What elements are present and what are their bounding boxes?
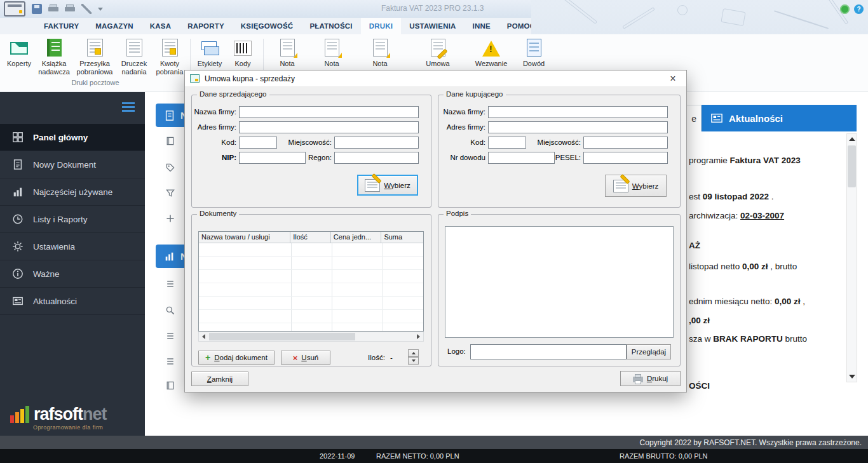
ribbon-item-ksiazka-nadawcza[interactable]: Książka nadawcza	[34, 39, 74, 76]
sidebar-item-wazne[interactable]: Ważne	[0, 260, 145, 288]
tab-faktury[interactable]: FAKTURY	[36, 18, 87, 34]
buyer-postal-input[interactable]	[488, 137, 526, 149]
seller-postal-input[interactable]	[239, 137, 277, 149]
ribbon-item-wezwanie[interactable]: Wezwanie	[469, 39, 513, 68]
ribbon-item-label: Kody	[234, 60, 250, 68]
seller-address-input[interactable]	[239, 121, 419, 133]
spinner-up-icon[interactable]	[408, 349, 419, 357]
close-icon[interactable]: ×	[663, 72, 682, 86]
ribbon-item-przesylka-pobraniowa[interactable]: Przesyłka pobraniowa	[74, 39, 116, 76]
ribbon-item-nota-3[interactable]: Nota	[360, 39, 400, 68]
ribbon-group-label: Druki pocztowe	[4, 79, 187, 86]
sidebar-item-listy-i-raporty[interactable]: Listy i Raporty	[0, 206, 145, 233]
list-icon[interactable]	[165, 278, 176, 290]
list-icon[interactable]	[165, 330, 176, 342]
ribbon-item-nota-1[interactable]: Nota	[267, 39, 308, 68]
buyer-company-input[interactable]	[488, 106, 668, 118]
application-window: Faktura VAT 2023 PRO 23.1.3 ? FAKTURY MA…	[0, 0, 868, 463]
ribbon-item-label: Umowa	[426, 60, 449, 68]
seller-city-input[interactable]	[334, 137, 419, 149]
plus-icon[interactable]	[165, 213, 176, 224]
scroll-right-icon[interactable]	[414, 332, 423, 341]
filter-icon[interactable]	[165, 187, 176, 199]
remove-document-button[interactable]: × Usuń	[281, 351, 330, 365]
buyer-choose-button[interactable]: Wybierz	[605, 175, 667, 197]
tab-raporty[interactable]: RAPORTY	[179, 18, 233, 34]
add-document-button[interactable]: + Dodaj dokument	[198, 351, 275, 365]
print-icon[interactable]	[48, 4, 58, 14]
logo-label: Logo:	[447, 347, 470, 355]
ribbon-item-kody[interactable]: Kody	[226, 39, 260, 68]
scroll-down-icon[interactable]	[847, 372, 857, 382]
sidebar-item-ustawienia[interactable]: Ustawienia	[0, 233, 145, 260]
sidebar-item-nowy-dokument[interactable]: Nowy Dokument	[0, 151, 145, 178]
tag-icon[interactable]	[165, 162, 176, 173]
help-icon[interactable]: ?	[854, 4, 864, 14]
printer-icon	[633, 377, 643, 382]
seller-company-input[interactable]	[239, 106, 419, 118]
buyer-address-input[interactable]	[488, 121, 668, 133]
documents-table[interactable]: Nazwa towaru / usługi Ilość Cena jedn...…	[198, 231, 424, 332]
ribbon-item-dowod[interactable]: Dowód	[516, 39, 552, 68]
tools-icon[interactable]	[81, 4, 92, 14]
scroll-up-icon[interactable]	[847, 134, 857, 144]
ribbon-item-etykiety[interactable]: Etykiety	[194, 39, 226, 68]
spinner-down-icon[interactable]	[408, 357, 419, 365]
app-icon[interactable]	[4, 1, 25, 17]
tab-ksiegowosc[interactable]: KSIĘGOWOŚĆ	[233, 18, 302, 34]
book-icon[interactable]	[165, 380, 176, 391]
ribbon-item-nota-2[interactable]: Nota	[311, 39, 352, 68]
buyer-company-label: Nazwa firmy:	[438, 108, 485, 116]
tab-inne[interactable]: INNE	[465, 18, 499, 34]
logo-path-input[interactable]	[470, 344, 627, 359]
ribbon-item-umowa[interactable]: Umowa	[416, 39, 460, 68]
ribbon-item-label: Dowód	[523, 60, 545, 68]
dialog-titlebar[interactable]: Umowa kupna - sprzedaży ×	[185, 70, 686, 87]
logo-text: rafsoftnet	[34, 406, 107, 423]
ribbon-item-druczek-nadania[interactable]: Druczek nadania	[116, 39, 153, 76]
online-status-icon[interactable]	[840, 4, 850, 14]
close-dialog-button[interactable]: Zamknij	[191, 372, 248, 386]
buyer-city-input[interactable]	[583, 137, 668, 149]
list-icon[interactable]	[165, 356, 176, 367]
column-header-nazwa[interactable]: Nazwa towaru / usługi	[199, 232, 290, 243]
browse-button[interactable]: Przeglądaj	[627, 344, 671, 359]
news-scrollbar[interactable]	[846, 133, 857, 382]
hamburger-menu-icon[interactable]	[122, 102, 135, 112]
ribbon-item-label: Nota	[372, 60, 387, 68]
tab-pomoc[interactable]: POMOC	[499, 18, 543, 34]
tab-aktualnosci[interactable]: Aktualności	[702, 105, 857, 131]
tab-wazne-partial[interactable]: e	[685, 105, 702, 131]
ribbon-item-koperty[interactable]: Koperty	[4, 39, 34, 76]
column-header-cena[interactable]: Cena jedn...	[331, 232, 382, 243]
toolbar-dropdown-caret-icon[interactable]	[98, 8, 103, 11]
dashboard-grid-icon	[11, 131, 24, 144]
book-icon[interactable]	[165, 135, 176, 147]
tab-druki[interactable]: DRUKI	[361, 18, 401, 34]
scrollbar-thumb[interactable]	[848, 145, 856, 187]
documents-table-hscrollbar[interactable]	[198, 332, 424, 342]
sidebar-item-aktualnosci[interactable]: Aktualności	[0, 288, 145, 315]
column-header-suma[interactable]: Suma	[381, 232, 423, 243]
seller-choose-button[interactable]: Wybierz	[357, 175, 418, 196]
archive-date-link[interactable]: 02-03-2007	[740, 211, 784, 220]
dialog-icon	[190, 74, 200, 83]
sidebar-item-panel-glowny[interactable]: Panel główny	[0, 124, 145, 151]
tab-platnosci[interactable]: PŁATNOŚCI	[301, 18, 360, 34]
save-icon[interactable]	[32, 4, 42, 14]
buyer-pesel-input[interactable]	[583, 152, 668, 164]
search-icon[interactable]	[165, 305, 176, 316]
column-header-ilosc[interactable]: Ilość	[290, 232, 331, 243]
print-dialog-button[interactable]: Drukuj	[620, 371, 681, 386]
sidebar-item-najczesciej-uzywane[interactable]: Najczęściej używane	[0, 178, 145, 206]
form-icon	[124, 39, 144, 58]
ribbon-item-kwoty-pobrania[interactable]: Kwoty pobrania	[153, 39, 187, 76]
ribbon-item-label: Druczek nadania	[116, 60, 153, 76]
seller-regon-input[interactable]	[334, 152, 419, 164]
tab-ustawienia[interactable]: USTAWIENIA	[401, 18, 464, 34]
print-preview-icon[interactable]	[65, 4, 75, 14]
tab-kasa[interactable]: KASA	[142, 18, 179, 34]
scroll-left-icon[interactable]	[199, 332, 208, 341]
tab-magazyn[interactable]: MAGAZYN	[87, 18, 142, 34]
scrollbar-thumb[interactable]	[209, 333, 355, 340]
